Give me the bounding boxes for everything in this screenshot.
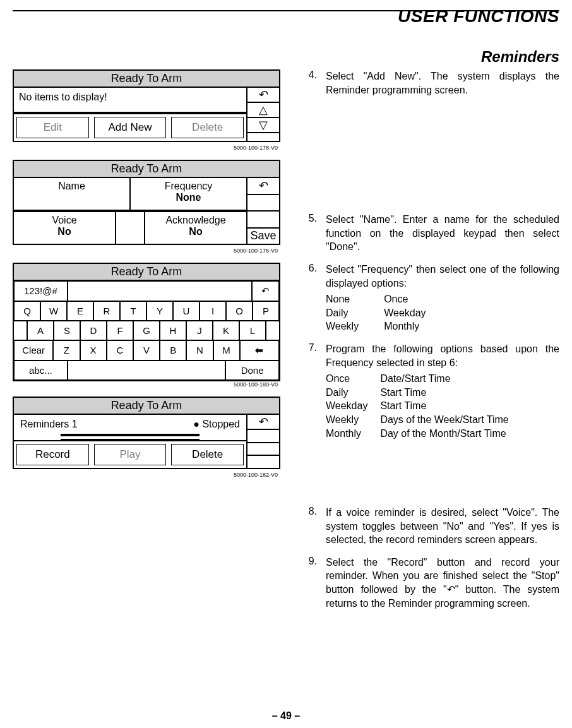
key-r[interactable]: R (93, 301, 120, 321)
text-input[interactable] (68, 281, 252, 301)
page-number: – 49 – (0, 710, 572, 722)
record-button[interactable]: Record (16, 444, 89, 465)
screen-title: Ready To Arm (14, 71, 279, 88)
blank-button[interactable] (247, 195, 279, 212)
progress-bar (61, 434, 200, 440)
reminder-label: Reminders 1 (20, 419, 78, 430)
clear-button[interactable]: Clear (14, 340, 53, 361)
blank-button[interactable] (247, 443, 279, 456)
abc-button[interactable]: abc... (14, 361, 68, 380)
record-status: ● Stopped (193, 419, 240, 430)
key-u[interactable]: U (173, 301, 200, 321)
key-x[interactable]: X (80, 340, 107, 361)
blank-button[interactable] (247, 456, 279, 468)
key-m[interactable]: M (213, 340, 240, 361)
key-c[interactable]: C (107, 340, 133, 361)
key-q[interactable]: Q (14, 301, 40, 321)
figure-caption: 5000-100-182-V0 (13, 472, 278, 478)
key-s[interactable]: S (54, 321, 80, 340)
delete-button[interactable]: Delete (171, 117, 244, 138)
blank-button[interactable] (247, 430, 279, 443)
instructions-column: 4. Select "Add New". The system displays… (303, 69, 559, 619)
screen-keypad: Ready To Arm 123!@# ↶ Q W E R T Y U I O … (13, 263, 280, 381)
figure-caption: 5000-100-178-V0 (13, 145, 278, 151)
name-button[interactable]: Name (14, 178, 131, 210)
screen-reminder-list: Ready To Arm No items to display! Edit A… (13, 69, 280, 142)
figure-caption: 5000-100-180-V0 (13, 381, 278, 388)
key-g[interactable]: G (133, 321, 160, 340)
key-z[interactable]: Z (53, 340, 80, 361)
step-5: 5. Select "Name". Enter a name for the s… (303, 213, 559, 254)
screen-voice-record: Ready To Arm Reminders 1 ● Stopped Recor… (13, 397, 280, 469)
symbols-button[interactable]: 123!@# (14, 281, 68, 301)
step-8: 8. If a voice reminder is desired, selec… (303, 506, 559, 547)
screen-title: Ready To Arm (14, 398, 279, 415)
screen-reminder-program: Ready To Arm Name Frequency None (13, 160, 280, 245)
back-icon[interactable]: ↶ (247, 178, 279, 195)
play-button[interactable]: Play (94, 444, 167, 465)
back-icon[interactable]: ↶ (247, 88, 279, 103)
step-9: 9. Select the "Record" button and record… (303, 556, 559, 610)
save-button[interactable]: Save (247, 229, 279, 244)
done-button[interactable]: Done (225, 361, 279, 380)
back-icon[interactable]: ↶ (247, 415, 279, 430)
blank-button[interactable] (247, 133, 279, 141)
key-n[interactable]: N (186, 340, 213, 361)
key-b[interactable]: B (160, 340, 186, 361)
frequency-button[interactable]: Frequency None (131, 178, 246, 210)
edit-button[interactable]: Edit (16, 117, 89, 138)
key-l[interactable]: L (239, 321, 266, 340)
step-6: 6. Select "Frequency" then select one of… (303, 263, 559, 333)
blank-button[interactable] (247, 212, 279, 229)
space-button[interactable] (68, 361, 225, 380)
key-y[interactable]: Y (146, 301, 173, 321)
step-4: 4. Select "Add New". The system displays… (303, 69, 559, 97)
backspace-icon[interactable]: ⬅ (240, 340, 279, 361)
back-icon[interactable]: ↶ (252, 281, 279, 301)
doc-subtitle: Reminders (13, 48, 559, 66)
down-icon[interactable]: ▽ (247, 118, 279, 133)
list-area: No items to display! (14, 88, 246, 113)
add-new-button[interactable]: Add New (94, 117, 167, 138)
key-a[interactable]: A (27, 321, 54, 340)
key-e[interactable]: E (67, 301, 93, 321)
key-j[interactable]: J (186, 321, 213, 340)
figures-column: Ready To Arm No items to display! Edit A… (13, 69, 284, 619)
acknowledge-button[interactable]: Acknowledge No (144, 212, 246, 244)
key-w[interactable]: W (40, 301, 67, 321)
key-o[interactable]: O (226, 301, 253, 321)
figure-caption: 5000-100-176-V0 (13, 248, 278, 254)
key-h[interactable]: H (160, 321, 186, 340)
voice-button[interactable]: Voice No (14, 212, 116, 244)
key-f[interactable]: F (107, 321, 133, 340)
page: USER FUNCTIONS Reminders Ready To Arm No… (0, 0, 572, 728)
delete-button[interactable]: Delete (171, 444, 244, 465)
key-i[interactable]: I (200, 301, 226, 321)
key-k[interactable]: K (213, 321, 239, 340)
key-t[interactable]: T (120, 301, 146, 321)
key-v[interactable]: V (133, 340, 160, 361)
screen-title: Ready To Arm (14, 161, 279, 178)
screen-title: Ready To Arm (14, 264, 279, 281)
key-d[interactable]: D (80, 321, 107, 340)
up-icon[interactable]: △ (247, 103, 279, 118)
key-p[interactable]: P (253, 301, 279, 321)
step-7: 7. Program the following options based u… (303, 342, 559, 440)
